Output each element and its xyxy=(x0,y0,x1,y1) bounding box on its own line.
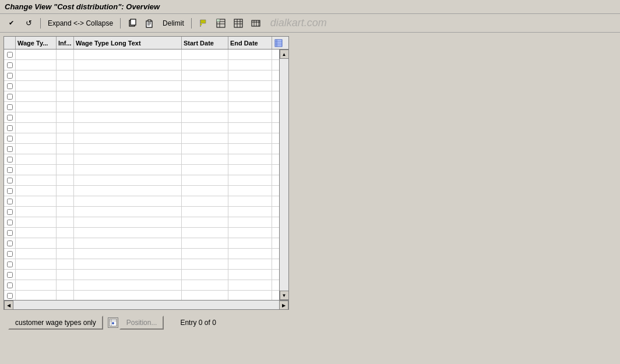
horizontal-scrollbar[interactable]: ◀ ▶ xyxy=(4,300,288,309)
row-checkbox[interactable] xyxy=(4,144,16,154)
position-button[interactable]: Position... xyxy=(119,316,164,330)
row-checkbox[interactable] xyxy=(4,249,16,259)
flag-icon xyxy=(198,18,209,29)
scroll-left-button[interactable]: ◀ xyxy=(4,301,13,310)
column-settings-button[interactable] xyxy=(272,37,285,49)
table-row[interactable] xyxy=(4,112,279,123)
table-row[interactable] xyxy=(4,102,279,112)
position-icon xyxy=(108,317,118,328)
delimit-button[interactable]: Delimit xyxy=(160,17,187,30)
table-row[interactable] xyxy=(4,165,279,175)
cell-long-text xyxy=(74,196,182,206)
table-row[interactable] xyxy=(4,217,279,228)
row-checkbox[interactable] xyxy=(4,70,16,80)
cell-long-text xyxy=(74,249,182,259)
columns-button[interactable] xyxy=(248,17,263,30)
row-checkbox[interactable] xyxy=(4,91,16,101)
row-checkbox[interactable] xyxy=(4,123,16,133)
row-checkbox[interactable] xyxy=(4,259,16,269)
table1-button[interactable] xyxy=(213,17,228,30)
table-row[interactable] xyxy=(4,60,279,70)
cell-inf xyxy=(57,165,74,175)
separator-1 xyxy=(40,18,41,29)
cell-long-text xyxy=(74,123,182,133)
row-checkbox[interactable] xyxy=(4,186,16,196)
cell-long-text xyxy=(74,280,182,290)
vertical-scrollbar[interactable]: ▲ ▼ xyxy=(279,50,288,300)
row-checkbox[interactable] xyxy=(4,291,16,300)
row-checkbox[interactable] xyxy=(4,154,16,164)
row-checkbox[interactable] xyxy=(4,165,16,175)
row-checkbox[interactable] xyxy=(4,60,16,70)
customer-wage-types-button[interactable]: customer wage types only xyxy=(8,316,103,330)
table-row[interactable] xyxy=(4,207,279,217)
row-checkbox[interactable] xyxy=(4,238,16,248)
table-row[interactable] xyxy=(4,270,279,280)
row-checkbox[interactable] xyxy=(4,175,16,185)
table-row[interactable] xyxy=(4,291,279,300)
cell-end-date xyxy=(228,175,272,185)
scroll-up-button[interactable]: ▲ xyxy=(280,50,289,59)
copy-button[interactable] xyxy=(125,17,140,30)
table-row[interactable] xyxy=(4,228,279,238)
paste-button[interactable] xyxy=(142,17,157,30)
cell-start-date xyxy=(182,291,228,300)
expand-collapse-button[interactable]: Expand <-> Collapse xyxy=(45,17,116,30)
cell-start-date xyxy=(182,175,228,185)
row-checkbox[interactable] xyxy=(4,81,16,91)
row-checkbox[interactable] xyxy=(4,228,16,238)
row-checkbox[interactable] xyxy=(4,102,16,112)
cell-end-date xyxy=(228,207,272,217)
cell-start-date xyxy=(182,249,228,259)
table-row[interactable] xyxy=(4,238,279,249)
table-row[interactable] xyxy=(4,70,279,81)
table-row[interactable] xyxy=(4,259,279,270)
table-row[interactable] xyxy=(4,133,279,144)
table-row[interactable] xyxy=(4,154,279,165)
cell-start-date xyxy=(182,270,228,280)
table-row[interactable] xyxy=(4,196,279,207)
cell-long-text xyxy=(74,60,182,70)
row-checkbox[interactable] xyxy=(4,207,16,217)
row-checkbox[interactable] xyxy=(4,280,16,290)
table-row[interactable] xyxy=(4,123,279,133)
cell-wage-type xyxy=(16,280,57,290)
scroll-down-button[interactable]: ▼ xyxy=(280,291,289,300)
flag-button[interactable] xyxy=(196,17,211,30)
cell-inf xyxy=(57,81,74,91)
scroll-right-button[interactable]: ▶ xyxy=(279,301,288,310)
row-checkbox[interactable] xyxy=(4,50,16,59)
cell-end-date xyxy=(228,270,272,280)
cell-long-text xyxy=(74,133,182,143)
separator-2 xyxy=(120,18,121,29)
cell-wage-type xyxy=(16,165,57,175)
cell-long-text xyxy=(74,238,182,248)
bottom-bar: customer wage types only Position... Ent… xyxy=(3,312,617,333)
table-row[interactable] xyxy=(4,81,279,91)
table-row[interactable] xyxy=(4,186,279,196)
table-row[interactable] xyxy=(4,50,279,60)
cell-wage-type xyxy=(16,207,57,217)
svg-rect-3 xyxy=(148,20,151,22)
paste-icon xyxy=(144,18,156,29)
cell-start-date xyxy=(182,123,228,133)
row-checkbox[interactable] xyxy=(4,112,16,122)
row-checkbox[interactable] xyxy=(4,270,16,280)
row-checkbox[interactable] xyxy=(4,196,16,206)
table-row[interactable] xyxy=(4,91,279,102)
table-row[interactable] xyxy=(4,144,279,154)
table-row[interactable] xyxy=(4,280,279,291)
svg-rect-2 xyxy=(146,21,152,27)
row-checkbox[interactable] xyxy=(4,217,16,227)
check-button[interactable]: ✔ xyxy=(3,17,19,30)
cell-wage-type xyxy=(16,249,57,259)
table2-button[interactable] xyxy=(231,17,246,30)
table-header: Wage Ty... Inf... Wage Type Long Text St… xyxy=(4,37,288,50)
table-row[interactable] xyxy=(4,249,279,259)
columns-icon xyxy=(250,18,262,29)
cell-inf xyxy=(57,154,74,164)
row-checkbox[interactable] xyxy=(4,133,16,143)
cell-wage-type xyxy=(16,70,57,80)
table-row[interactable] xyxy=(4,175,279,186)
refresh-button[interactable]: ↺ xyxy=(21,17,36,30)
